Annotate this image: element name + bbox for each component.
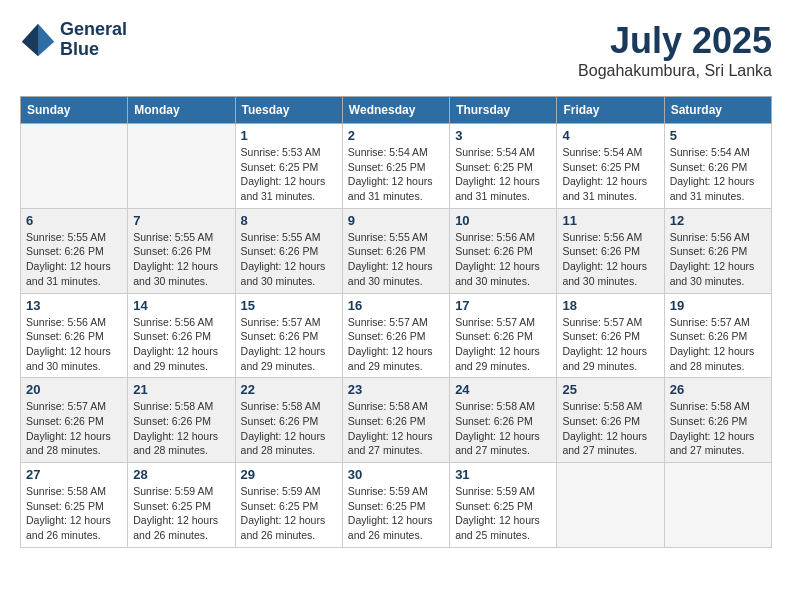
day-number: 8 xyxy=(241,213,337,228)
calendar-cell: 2Sunrise: 5:54 AM Sunset: 6:25 PM Daylig… xyxy=(342,124,449,209)
day-info: Sunrise: 5:59 AM Sunset: 6:25 PM Dayligh… xyxy=(241,484,337,543)
day-info: Sunrise: 5:54 AM Sunset: 6:26 PM Dayligh… xyxy=(670,145,766,204)
day-info: Sunrise: 5:57 AM Sunset: 6:26 PM Dayligh… xyxy=(241,315,337,374)
logo-icon xyxy=(20,22,56,58)
day-number: 30 xyxy=(348,467,444,482)
day-number: 28 xyxy=(133,467,229,482)
calendar-cell: 9Sunrise: 5:55 AM Sunset: 6:26 PM Daylig… xyxy=(342,208,449,293)
calendar-day-header: Friday xyxy=(557,97,664,124)
calendar-day-header: Saturday xyxy=(664,97,771,124)
calendar-cell xyxy=(21,124,128,209)
page-header: General Blue July 2025 Bogahakumbura, Sr… xyxy=(20,20,772,80)
calendar-cell: 15Sunrise: 5:57 AM Sunset: 6:26 PM Dayli… xyxy=(235,293,342,378)
day-number: 23 xyxy=(348,382,444,397)
calendar-body: 1Sunrise: 5:53 AM Sunset: 6:25 PM Daylig… xyxy=(21,124,772,548)
day-number: 4 xyxy=(562,128,658,143)
calendar-cell: 25Sunrise: 5:58 AM Sunset: 6:26 PM Dayli… xyxy=(557,378,664,463)
title-block: July 2025 Bogahakumbura, Sri Lanka xyxy=(578,20,772,80)
day-info: Sunrise: 5:56 AM Sunset: 6:26 PM Dayligh… xyxy=(26,315,122,374)
calendar-cell: 7Sunrise: 5:55 AM Sunset: 6:26 PM Daylig… xyxy=(128,208,235,293)
calendar-cell: 22Sunrise: 5:58 AM Sunset: 6:26 PM Dayli… xyxy=(235,378,342,463)
calendar-cell: 19Sunrise: 5:57 AM Sunset: 6:26 PM Dayli… xyxy=(664,293,771,378)
day-info: Sunrise: 5:57 AM Sunset: 6:26 PM Dayligh… xyxy=(26,399,122,458)
day-info: Sunrise: 5:55 AM Sunset: 6:26 PM Dayligh… xyxy=(241,230,337,289)
day-number: 29 xyxy=(241,467,337,482)
calendar-week-row: 1Sunrise: 5:53 AM Sunset: 6:25 PM Daylig… xyxy=(21,124,772,209)
calendar-cell: 8Sunrise: 5:55 AM Sunset: 6:26 PM Daylig… xyxy=(235,208,342,293)
day-info: Sunrise: 5:58 AM Sunset: 6:26 PM Dayligh… xyxy=(562,399,658,458)
calendar-cell: 4Sunrise: 5:54 AM Sunset: 6:25 PM Daylig… xyxy=(557,124,664,209)
day-number: 9 xyxy=(348,213,444,228)
logo-text: General Blue xyxy=(60,20,127,60)
day-info: Sunrise: 5:55 AM Sunset: 6:26 PM Dayligh… xyxy=(26,230,122,289)
day-info: Sunrise: 5:58 AM Sunset: 6:26 PM Dayligh… xyxy=(348,399,444,458)
day-number: 15 xyxy=(241,298,337,313)
day-info: Sunrise: 5:58 AM Sunset: 6:26 PM Dayligh… xyxy=(241,399,337,458)
day-number: 17 xyxy=(455,298,551,313)
calendar-cell: 29Sunrise: 5:59 AM Sunset: 6:25 PM Dayli… xyxy=(235,463,342,548)
calendar-cell: 17Sunrise: 5:57 AM Sunset: 6:26 PM Dayli… xyxy=(450,293,557,378)
calendar-table: SundayMondayTuesdayWednesdayThursdayFrid… xyxy=(20,96,772,548)
calendar-day-header: Thursday xyxy=(450,97,557,124)
day-info: Sunrise: 5:58 AM Sunset: 6:26 PM Dayligh… xyxy=(133,399,229,458)
day-info: Sunrise: 5:57 AM Sunset: 6:26 PM Dayligh… xyxy=(348,315,444,374)
day-number: 12 xyxy=(670,213,766,228)
calendar-cell: 11Sunrise: 5:56 AM Sunset: 6:26 PM Dayli… xyxy=(557,208,664,293)
day-number: 3 xyxy=(455,128,551,143)
day-number: 31 xyxy=(455,467,551,482)
calendar-cell: 24Sunrise: 5:58 AM Sunset: 6:26 PM Dayli… xyxy=(450,378,557,463)
day-info: Sunrise: 5:54 AM Sunset: 6:25 PM Dayligh… xyxy=(348,145,444,204)
day-number: 24 xyxy=(455,382,551,397)
day-number: 26 xyxy=(670,382,766,397)
day-number: 14 xyxy=(133,298,229,313)
day-info: Sunrise: 5:59 AM Sunset: 6:25 PM Dayligh… xyxy=(133,484,229,543)
calendar-week-row: 13Sunrise: 5:56 AM Sunset: 6:26 PM Dayli… xyxy=(21,293,772,378)
day-info: Sunrise: 5:57 AM Sunset: 6:26 PM Dayligh… xyxy=(455,315,551,374)
calendar-cell: 30Sunrise: 5:59 AM Sunset: 6:25 PM Dayli… xyxy=(342,463,449,548)
calendar-cell: 6Sunrise: 5:55 AM Sunset: 6:26 PM Daylig… xyxy=(21,208,128,293)
calendar-week-row: 6Sunrise: 5:55 AM Sunset: 6:26 PM Daylig… xyxy=(21,208,772,293)
calendar-day-header: Sunday xyxy=(21,97,128,124)
day-info: Sunrise: 5:57 AM Sunset: 6:26 PM Dayligh… xyxy=(670,315,766,374)
day-info: Sunrise: 5:53 AM Sunset: 6:25 PM Dayligh… xyxy=(241,145,337,204)
day-number: 20 xyxy=(26,382,122,397)
day-info: Sunrise: 5:54 AM Sunset: 6:25 PM Dayligh… xyxy=(455,145,551,204)
calendar-cell: 14Sunrise: 5:56 AM Sunset: 6:26 PM Dayli… xyxy=(128,293,235,378)
calendar-cell: 5Sunrise: 5:54 AM Sunset: 6:26 PM Daylig… xyxy=(664,124,771,209)
calendar-cell: 1Sunrise: 5:53 AM Sunset: 6:25 PM Daylig… xyxy=(235,124,342,209)
day-number: 18 xyxy=(562,298,658,313)
day-number: 13 xyxy=(26,298,122,313)
calendar-cell: 18Sunrise: 5:57 AM Sunset: 6:26 PM Dayli… xyxy=(557,293,664,378)
calendar-cell: 31Sunrise: 5:59 AM Sunset: 6:25 PM Dayli… xyxy=(450,463,557,548)
calendar-cell: 27Sunrise: 5:58 AM Sunset: 6:25 PM Dayli… xyxy=(21,463,128,548)
day-info: Sunrise: 5:58 AM Sunset: 6:25 PM Dayligh… xyxy=(26,484,122,543)
calendar-cell: 20Sunrise: 5:57 AM Sunset: 6:26 PM Dayli… xyxy=(21,378,128,463)
calendar-cell: 13Sunrise: 5:56 AM Sunset: 6:26 PM Dayli… xyxy=(21,293,128,378)
calendar-cell: 12Sunrise: 5:56 AM Sunset: 6:26 PM Dayli… xyxy=(664,208,771,293)
month-title: July 2025 xyxy=(578,20,772,62)
calendar-cell: 16Sunrise: 5:57 AM Sunset: 6:26 PM Dayli… xyxy=(342,293,449,378)
day-number: 22 xyxy=(241,382,337,397)
day-number: 5 xyxy=(670,128,766,143)
calendar-cell: 3Sunrise: 5:54 AM Sunset: 6:25 PM Daylig… xyxy=(450,124,557,209)
day-number: 16 xyxy=(348,298,444,313)
day-number: 10 xyxy=(455,213,551,228)
calendar-day-header: Tuesday xyxy=(235,97,342,124)
day-number: 25 xyxy=(562,382,658,397)
calendar-cell: 26Sunrise: 5:58 AM Sunset: 6:26 PM Dayli… xyxy=(664,378,771,463)
day-info: Sunrise: 5:56 AM Sunset: 6:26 PM Dayligh… xyxy=(455,230,551,289)
day-number: 11 xyxy=(562,213,658,228)
day-info: Sunrise: 5:56 AM Sunset: 6:26 PM Dayligh… xyxy=(670,230,766,289)
calendar-cell: 21Sunrise: 5:58 AM Sunset: 6:26 PM Dayli… xyxy=(128,378,235,463)
day-info: Sunrise: 5:54 AM Sunset: 6:25 PM Dayligh… xyxy=(562,145,658,204)
day-info: Sunrise: 5:59 AM Sunset: 6:25 PM Dayligh… xyxy=(455,484,551,543)
calendar-day-header: Monday xyxy=(128,97,235,124)
day-info: Sunrise: 5:59 AM Sunset: 6:25 PM Dayligh… xyxy=(348,484,444,543)
day-info: Sunrise: 5:55 AM Sunset: 6:26 PM Dayligh… xyxy=(133,230,229,289)
calendar-day-header: Wednesday xyxy=(342,97,449,124)
calendar-header-row: SundayMondayTuesdayWednesdayThursdayFrid… xyxy=(21,97,772,124)
day-number: 2 xyxy=(348,128,444,143)
day-number: 1 xyxy=(241,128,337,143)
calendar-cell xyxy=(557,463,664,548)
calendar-week-row: 20Sunrise: 5:57 AM Sunset: 6:26 PM Dayli… xyxy=(21,378,772,463)
